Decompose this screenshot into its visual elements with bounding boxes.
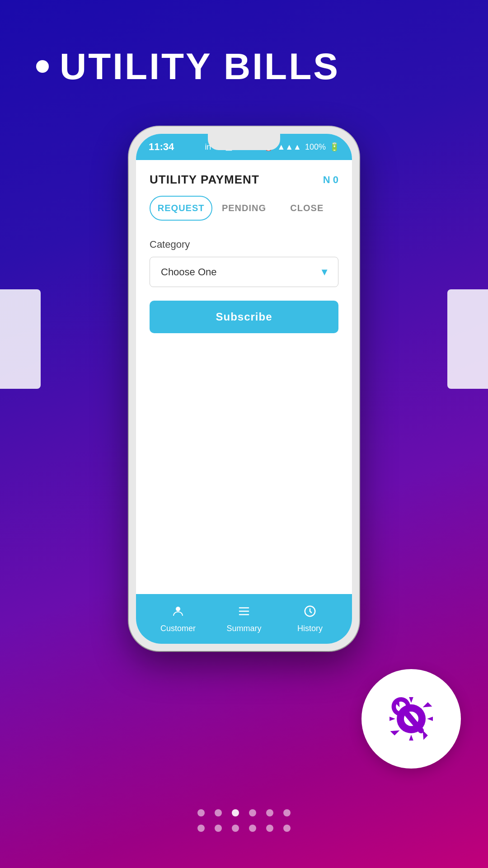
tab-pending[interactable]: PENDING bbox=[212, 196, 275, 221]
dot-1-1 bbox=[197, 809, 205, 816]
dot-row-1 bbox=[197, 809, 291, 816]
gear-circle bbox=[361, 669, 461, 769]
app-title: UTILITY PAYMENT bbox=[150, 173, 259, 187]
dot-1-4 bbox=[249, 809, 256, 816]
tab-request[interactable]: REQUEST bbox=[150, 196, 212, 221]
history-label: History bbox=[297, 624, 323, 633]
svg-rect-1 bbox=[239, 607, 249, 609]
dot-2-4 bbox=[249, 825, 256, 832]
header-dot bbox=[36, 60, 49, 73]
content-area: Category Choose One ▼ Subscribe bbox=[136, 225, 352, 594]
pagination-dots bbox=[197, 809, 291, 832]
customer-label: Customer bbox=[160, 624, 196, 633]
tabs-container: REQUEST PENDING CLOSE bbox=[136, 196, 352, 221]
notification-badge[interactable]: N 0 bbox=[323, 174, 338, 186]
status-time: 11:34 bbox=[149, 141, 174, 153]
summary-label: Summary bbox=[226, 624, 261, 633]
phone-frame: 11:34 in ⬇ ▦ ⏰ ▲▲▲ 100% 🔋 UTILITY PAYMEN… bbox=[129, 127, 359, 651]
phone-inner: 11:34 in ⬇ ▦ ⏰ ▲▲▲ 100% 🔋 UTILITY PAYMEN… bbox=[136, 134, 352, 644]
dot-1-6 bbox=[283, 809, 291, 816]
select-wrapper: Choose One ▼ bbox=[150, 257, 338, 287]
bottom-nav: Customer Summary bbox=[136, 594, 352, 644]
bg-decoration-left bbox=[0, 289, 41, 389]
page-header: UTILITY BILLS bbox=[36, 45, 340, 88]
category-label: Category bbox=[150, 239, 338, 250]
app-header: UTILITY PAYMENT N 0 bbox=[136, 160, 352, 196]
svg-rect-2 bbox=[239, 611, 249, 612]
nav-summary[interactable]: Summary bbox=[221, 604, 267, 633]
battery-text: 100% bbox=[305, 142, 326, 152]
summary-icon bbox=[237, 604, 251, 621]
category-select[interactable]: Choose One bbox=[150, 257, 338, 287]
gear-wrench-icon bbox=[375, 683, 447, 755]
nav-customer[interactable]: Customer bbox=[155, 604, 201, 633]
svg-point-0 bbox=[176, 607, 180, 611]
dot-2-3 bbox=[232, 825, 239, 832]
dot-2-2 bbox=[215, 825, 222, 832]
nav-history[interactable]: History bbox=[287, 604, 333, 633]
dot-1-5 bbox=[266, 809, 273, 816]
subscribe-button[interactable]: Subscribe bbox=[150, 301, 338, 333]
phone-mockup: 11:34 in ⬇ ▦ ⏰ ▲▲▲ 100% 🔋 UTILITY PAYMEN… bbox=[129, 127, 359, 651]
svg-rect-3 bbox=[239, 614, 249, 615]
dot-2-1 bbox=[197, 825, 205, 832]
dot-2-6 bbox=[283, 825, 291, 832]
page-title: UTILITY BILLS bbox=[60, 45, 340, 88]
tab-close[interactable]: CLOSE bbox=[276, 196, 338, 221]
history-icon bbox=[303, 604, 317, 621]
battery-icon: 🔋 bbox=[329, 142, 339, 152]
dot-1-2 bbox=[215, 809, 222, 816]
dot-1-3 bbox=[232, 809, 239, 816]
dot-2-5 bbox=[266, 825, 273, 832]
customer-icon bbox=[171, 604, 185, 621]
bg-decoration-right bbox=[447, 289, 488, 389]
signal-icon: ▲▲▲ bbox=[277, 142, 301, 152]
phone-notch bbox=[208, 134, 280, 150]
dot-row-2 bbox=[197, 825, 291, 832]
